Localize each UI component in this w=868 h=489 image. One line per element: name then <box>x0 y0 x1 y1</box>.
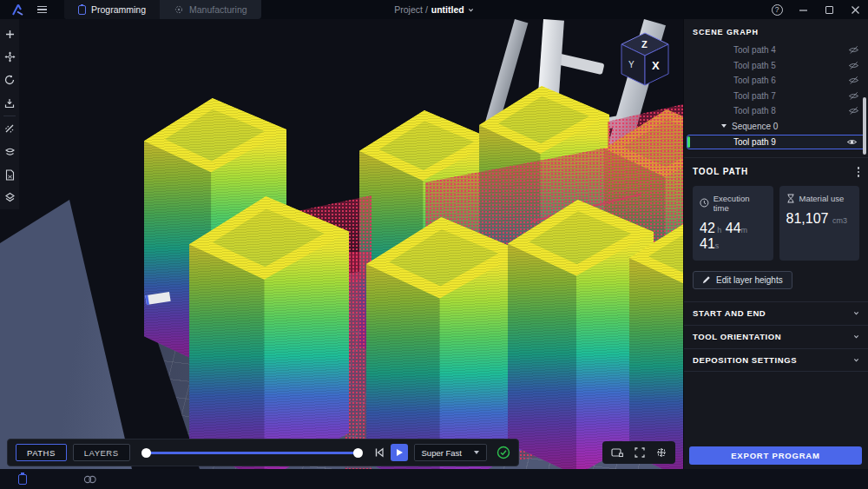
paths-toggle[interactable]: PATHS <box>16 444 67 461</box>
viewport-3d[interactable]: Z Y X <box>0 19 683 469</box>
rotate-tool-button[interactable] <box>0 69 19 92</box>
nav-cube-z-label[interactable]: Z <box>641 39 648 50</box>
simulation-valid-icon <box>496 446 510 459</box>
minimize-button[interactable] <box>790 0 816 19</box>
selected-indicator <box>687 136 690 148</box>
nav-cube-x-label[interactable]: X <box>652 59 660 72</box>
tool-path-title: TOOL PATH <box>693 167 748 176</box>
clock-icon <box>700 198 709 208</box>
scene-graph-item[interactable]: Tool path 7 <box>684 89 868 104</box>
execution-time-label: Execution time <box>713 194 766 213</box>
chevron-down-icon[interactable] <box>468 7 474 13</box>
print-tower <box>189 196 349 469</box>
edit-layer-heights-button[interactable]: Edit layer heights <box>693 271 792 289</box>
caret-down-icon[interactable] <box>721 124 727 128</box>
nav-cube-y-label[interactable]: Y <box>628 60 635 69</box>
section-deposition-settings[interactable]: DEPOSITION SETTINGS <box>684 348 868 372</box>
slider-handle-start[interactable] <box>141 448 151 458</box>
tab-programming[interactable]: Programming <box>64 0 160 19</box>
menu-icon[interactable] <box>37 6 47 14</box>
chevron-down-icon <box>474 451 479 454</box>
chevron-down-icon <box>853 310 859 316</box>
skip-to-start-button[interactable] <box>374 447 385 458</box>
play-button[interactable] <box>391 444 408 461</box>
slider-handle-end[interactable] <box>353 448 363 458</box>
visibility-off-icon[interactable] <box>848 91 859 101</box>
maximize-icon <box>825 6 833 14</box>
visibility-off-icon[interactable] <box>848 106 859 116</box>
scene-graph-item[interactable]: Tool path 6 <box>684 73 868 89</box>
tab-manufacturing[interactable]: Manufacturing <box>160 0 261 19</box>
section-label: DEPOSITION SETTINGS <box>693 355 797 365</box>
export-program-button[interactable]: EXPORT PROGRAM <box>689 446 862 465</box>
left-toolbar <box>0 19 19 209</box>
execution-time-card: Execution time 42 h 44m 41s <box>693 186 773 261</box>
scene-graph-sequence[interactable]: Sequence 0 <box>684 119 868 135</box>
edit-layer-heights-label: Edit layer heights <box>716 275 783 285</box>
scene-graph-title: SCENE GRAPH <box>684 19 868 36</box>
window-controls: ? <box>764 0 868 19</box>
project-name: untitled <box>431 4 464 15</box>
help-icon: ? <box>772 4 783 16</box>
layers-button[interactable] <box>0 186 19 209</box>
project-prefix: Project / <box>394 4 428 15</box>
grid-view-icon[interactable] <box>656 447 667 458</box>
print-tower <box>629 219 683 469</box>
status-bar <box>0 469 868 489</box>
kebab-menu-icon[interactable] <box>858 167 860 177</box>
section-start-and-end[interactable]: START AND END <box>684 301 868 325</box>
maximize-button[interactable] <box>816 0 842 19</box>
fullscreen-icon[interactable] <box>635 447 645 458</box>
progress-slider[interactable] <box>143 447 361 458</box>
item-label: Tool path 8 <box>733 106 776 116</box>
section-label: START AND END <box>693 308 766 318</box>
scene-graph-item[interactable]: Tool path 5 <box>684 58 868 74</box>
help-button[interactable]: ? <box>764 0 790 19</box>
layers-toggle[interactable]: LAYERS <box>73 444 130 461</box>
viewport-controls <box>602 441 675 464</box>
section-tool-orientation[interactable]: TOOL ORIENTATION <box>684 325 868 348</box>
speed-value: Super Fast <box>422 448 462 458</box>
add-button[interactable] <box>0 23 19 46</box>
right-panel: SCENE GRAPH Tool path 4 Tool path 5 Tool… <box>683 19 868 469</box>
app-logo-icon <box>11 3 24 16</box>
material-use-label: Material use <box>799 194 845 203</box>
scene-graph-item[interactable]: Tool path 8 <box>684 103 868 119</box>
visibility-off-icon[interactable] <box>848 61 859 70</box>
item-label: Tool path 5 <box>733 61 776 70</box>
scene-graph-item[interactable]: Tool path 4 <box>684 43 868 58</box>
slice-tool-button[interactable] <box>0 117 19 141</box>
material-use-value: 81,107 cm3 <box>786 211 853 227</box>
scene-graph-list: Tool path 4 Tool path 5 Tool path 6 Tool… <box>684 43 868 149</box>
tab-programming-label: Programming <box>91 4 146 15</box>
scrollbar[interactable] <box>863 97 866 155</box>
program-file-button[interactable] <box>0 163 19 187</box>
side-table <box>0 175 139 469</box>
camera-view-icon[interactable] <box>611 447 623 458</box>
clipboard-icon <box>78 5 86 15</box>
nav-cube[interactable]: Z Y X <box>618 31 672 92</box>
pencil-icon <box>702 275 711 284</box>
visibility-toggle-icon[interactable] <box>83 475 97 484</box>
toolpath-layers-button[interactable] <box>0 140 19 163</box>
print-tower <box>366 217 523 469</box>
visibility-off-icon[interactable] <box>848 45 859 55</box>
clipboard-status-icon[interactable] <box>18 474 27 485</box>
visibility-off-icon[interactable] <box>848 76 859 85</box>
play-icon <box>397 449 403 456</box>
toolbar-divider <box>3 116 16 116</box>
speed-select[interactable]: Super Fast <box>414 444 487 461</box>
playback-bar: PATHS LAYERS Super Fast <box>7 439 519 466</box>
chevron-down-icon <box>853 357 859 363</box>
mode-tabs: Programming Manufacturing <box>64 0 261 19</box>
gear-icon <box>174 4 184 15</box>
section-label: TOOL ORIENTATION <box>693 332 781 341</box>
slider-track[interactable] <box>143 452 361 454</box>
move-tool-button[interactable] <box>0 46 19 69</box>
visibility-on-icon[interactable] <box>846 137 858 147</box>
close-button[interactable] <box>842 0 868 19</box>
item-label: Tool path 6 <box>733 76 776 85</box>
material-use-card: Material use 81,107 cm3 <box>779 186 860 261</box>
scene-graph-item-selected[interactable]: Tool path 9 <box>687 135 865 149</box>
import-button[interactable] <box>0 92 19 116</box>
